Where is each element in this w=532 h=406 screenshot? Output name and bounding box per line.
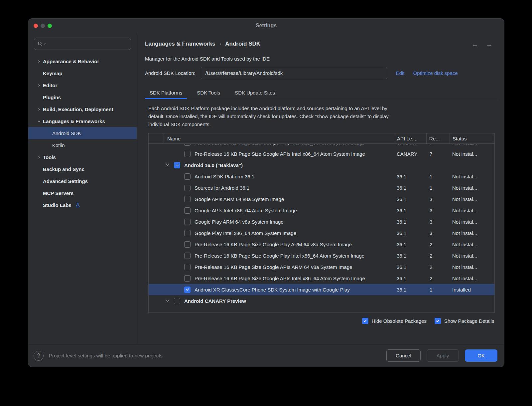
- sidebar-item-keymap[interactable]: Keymap: [28, 67, 137, 79]
- close-window-button[interactable]: [34, 24, 38, 28]
- sidebar-item-studio-labs[interactable]: Studio Labs: [28, 199, 137, 211]
- forward-icon[interactable]: →: [486, 41, 493, 48]
- package-checkbox[interactable]: [184, 196, 191, 202]
- package-checkbox-checked[interactable]: [184, 287, 191, 293]
- column-header-status[interactable]: Status: [450, 133, 494, 143]
- table-group-row[interactable]: Android 16.0 ("Baklava"): [149, 159, 494, 171]
- edit-link[interactable]: Edit: [396, 70, 405, 76]
- settings-sidebar: Appearance & Behavior Keymap Editor Plug…: [28, 33, 137, 344]
- zoom-window-button[interactable]: [48, 24, 52, 28]
- table-row[interactable]: Sources for Android 36.1 36.1 1 Not inst…: [149, 182, 494, 193]
- package-checkbox[interactable]: [184, 253, 191, 259]
- chevron-down-icon[interactable]: [165, 163, 170, 167]
- apply-button[interactable]: Apply: [427, 349, 459, 362]
- sidebar-item-appearance-behavior[interactable]: Appearance & Behavior: [28, 55, 137, 67]
- table-row[interactable]: Pre-Release 16 KB Page Size Google APIs …: [149, 148, 494, 159]
- tab-sdk-update-sites[interactable]: SDK Update Sites: [230, 87, 280, 99]
- package-checkbox[interactable]: [184, 173, 191, 180]
- chevron-down-icon[interactable]: [36, 119, 42, 123]
- table-row[interactable]: Google APIs ARM 64 v8a System Image 36.1…: [149, 193, 494, 205]
- search-options-caret-icon[interactable]: [44, 43, 46, 45]
- settings-tree: Appearance & Behavior Keymap Editor Plug…: [28, 55, 137, 211]
- group-checkbox-indeterminate[interactable]: [174, 162, 180, 168]
- package-checkbox[interactable]: [184, 207, 191, 214]
- sidebar-item-mcp-servers[interactable]: MCP Servers: [28, 187, 137, 199]
- chevron-down-icon[interactable]: [165, 299, 170, 303]
- table-header: Name API Le... Re... Status: [149, 133, 494, 144]
- sdk-location-input[interactable]: /Users/rferrese/Library/Android/sdk: [201, 67, 387, 79]
- show-package-details-checkbox[interactable]: [435, 318, 441, 324]
- column-header-api-level[interactable]: API Le...: [395, 133, 426, 143]
- traffic-lights: [34, 24, 52, 28]
- sidebar-item-tools[interactable]: Tools: [28, 151, 137, 163]
- hide-obsolete-packages-checkbox[interactable]: [362, 318, 368, 324]
- package-checkbox[interactable]: [184, 151, 191, 157]
- back-icon[interactable]: ←: [471, 41, 478, 48]
- sidebar-item-build-execution-deployment[interactable]: Build, Execution, Deployment: [28, 103, 137, 115]
- table-row-selected[interactable]: Android XR GlassesCore Phone SDK System …: [149, 284, 494, 295]
- table-row[interactable]: Pre-Release 16 KB Page Size Google Play …: [149, 239, 494, 250]
- sdk-location-label: Android SDK Location:: [145, 70, 196, 76]
- package-checkbox[interactable]: [184, 219, 191, 225]
- column-header-name[interactable]: Name: [164, 133, 395, 143]
- group-checkbox[interactable]: [174, 298, 180, 304]
- table-row-clipped: [149, 306, 494, 313]
- window-title: Settings: [28, 23, 504, 29]
- package-checkbox[interactable]: [184, 264, 191, 270]
- chevron-right-icon[interactable]: [36, 107, 42, 111]
- package-checkbox[interactable]: [184, 241, 191, 248]
- breadcrumb: Languages & Frameworks › Android SDK: [145, 41, 260, 47]
- sidebar-item-plugins[interactable]: Plugins: [28, 91, 137, 103]
- package-checkbox[interactable]: [184, 144, 191, 146]
- package-checkbox[interactable]: [184, 275, 191, 282]
- minimize-window-button[interactable]: [41, 24, 45, 28]
- sidebar-item-kotlin[interactable]: Kotlin: [28, 139, 137, 151]
- breadcrumb-languages-frameworks[interactable]: Languages & Frameworks: [145, 41, 215, 47]
- column-header-revision[interactable]: Re...: [426, 133, 450, 143]
- tab-sdk-platforms[interactable]: SDK Platforms: [145, 87, 187, 99]
- titlebar[interactable]: Settings: [28, 19, 504, 33]
- table-row[interactable]: Pre-Release 16 KB Page Size Google APIs …: [149, 261, 494, 273]
- table-row[interactable]: Pre-Release 16 KB Page Size Google Play …: [149, 144, 494, 148]
- tab-description: Each Android SDK Platform package includ…: [148, 104, 499, 128]
- sdk-tabs: SDK Platforms SDK Tools SDK Update Sites: [145, 87, 499, 99]
- flask-icon: [75, 202, 80, 208]
- sidebar-item-backup-and-sync[interactable]: Backup and Sync: [28, 163, 137, 175]
- dialog-footer: ? Project-level settings will be applied…: [28, 344, 504, 367]
- chevron-right-icon[interactable]: [36, 84, 42, 87]
- package-checkbox[interactable]: [184, 185, 191, 191]
- sdk-platforms-table: Name API Le... Re... Status Pre-Release …: [148, 133, 495, 313]
- chevron-right-icon[interactable]: [36, 155, 42, 159]
- table-row[interactable]: Google Play ARM 64 v8a System Image 36.1…: [149, 216, 494, 227]
- table-row[interactable]: [149, 310, 494, 313]
- sidebar-item-android-sdk[interactable]: Android SDK: [28, 127, 137, 139]
- package-checkbox[interactable]: [184, 230, 191, 236]
- search-icon: [38, 41, 43, 47]
- cancel-button[interactable]: Cancel: [386, 349, 421, 362]
- table-row[interactable]: Google APIs Intel x86_64 Atom System Ima…: [149, 205, 494, 216]
- table-row[interactable]: Android SDK Platform 36.1 36.1 1 Not ins…: [149, 171, 494, 182]
- sidebar-item-languages-frameworks[interactable]: Languages & Frameworks: [28, 115, 137, 127]
- tab-sdk-tools[interactable]: SDK Tools: [192, 87, 225, 99]
- desktop-background: Settings Appearance & Behavior: [0, 0, 532, 406]
- sidebar-item-editor[interactable]: Editor: [28, 79, 137, 91]
- page-subtitle: Manager for the Android SDK and Tools us…: [145, 56, 499, 62]
- settings-search-input[interactable]: [34, 38, 131, 50]
- optimize-disk-space-link[interactable]: Optimize disk space: [413, 70, 458, 76]
- table-row[interactable]: Google Play Intel x86_64 Atom System Ima…: [149, 227, 494, 239]
- table-row-clipped: Pre-Release 16 KB Page Size Google Play …: [149, 144, 494, 148]
- show-package-details-option[interactable]: Show Package Details: [435, 318, 494, 324]
- sidebar-item-advanced-settings[interactable]: Advanced Settings: [28, 175, 137, 187]
- chevron-right-icon[interactable]: [36, 60, 42, 63]
- help-icon[interactable]: ?: [34, 351, 44, 361]
- breadcrumb-separator: ›: [219, 41, 221, 47]
- settings-window: Settings Appearance & Behavior: [28, 18, 504, 367]
- footer-message: Project-level settings will be applied t…: [49, 353, 381, 358]
- breadcrumb-android-sdk: Android SDK: [225, 41, 260, 47]
- hide-obsolete-packages-option[interactable]: Hide Obsolete Packages: [362, 318, 427, 324]
- settings-content: Languages & Frameworks › Android SDK ← →…: [137, 33, 504, 344]
- ok-button[interactable]: OK: [465, 349, 497, 362]
- table-row[interactable]: Pre-Release 16 KB Page Size Google Play …: [149, 250, 494, 261]
- table-group-row[interactable]: Android CANARY Preview: [149, 295, 494, 306]
- table-row[interactable]: Pre-Release 16 KB Page Size Google APIs …: [149, 273, 494, 284]
